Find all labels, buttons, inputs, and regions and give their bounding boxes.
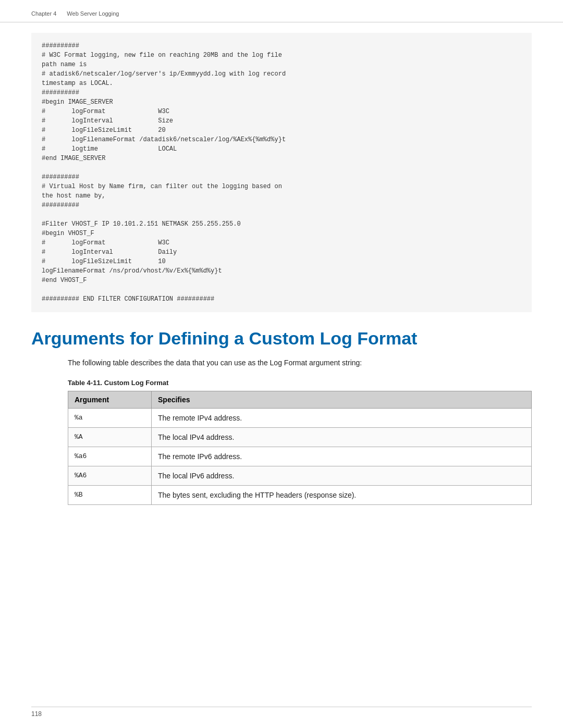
body-text: The following table describes the data t… <box>68 357 532 368</box>
chapter-number: 4 <box>53 10 56 17</box>
chapter-label-text: Chapter <box>31 10 52 17</box>
chapter-label: Chapter 4 <box>31 10 56 17</box>
cell-specifies: The remote IPv6 address. <box>152 447 532 466</box>
column-header-specifies: Specifies <box>152 391 532 408</box>
cell-argument: %A6 <box>68 466 152 485</box>
cell-argument: %a <box>68 408 152 427</box>
page-number: 118 <box>31 710 42 718</box>
table-row: %BThe bytes sent, excluding the HTTP hea… <box>68 485 532 504</box>
code-block: ########## # W3C Format logging, new fil… <box>31 33 532 312</box>
bottom-rule <box>31 707 532 707</box>
column-header-argument: Argument <box>68 391 152 408</box>
table-row: %A6The local IPv6 address. <box>68 466 532 485</box>
cell-argument: %A <box>68 427 152 447</box>
cell-specifies: The local IPv4 address. <box>152 427 532 447</box>
cell-argument: %a6 <box>68 447 152 466</box>
table-caption: Table 4-11. Custom Log Format <box>68 379 532 387</box>
chapter-title: Web Server Logging <box>67 10 119 17</box>
chapter-header: Chapter 4 Web Server Logging <box>0 0 563 22</box>
cell-argument: %B <box>68 485 152 504</box>
section-heading: Arguments for Defining a Custom Log Form… <box>31 328 532 349</box>
page-container: Chapter 4 Web Server Logging ########## … <box>0 0 563 728</box>
table-row: %a6The remote IPv6 address. <box>68 447 532 466</box>
table-header-row: Argument Specifies <box>68 391 532 408</box>
custom-log-format-table: Argument Specifies %aThe remote IPv4 add… <box>68 391 532 505</box>
cell-specifies: The local IPv6 address. <box>152 466 532 485</box>
table-row: %AThe local IPv4 address. <box>68 427 532 447</box>
cell-specifies: The bytes sent, excluding the HTTP heade… <box>152 485 532 504</box>
cell-specifies: The remote IPv4 address. <box>152 408 532 427</box>
table-row: %aThe remote IPv4 address. <box>68 408 532 427</box>
